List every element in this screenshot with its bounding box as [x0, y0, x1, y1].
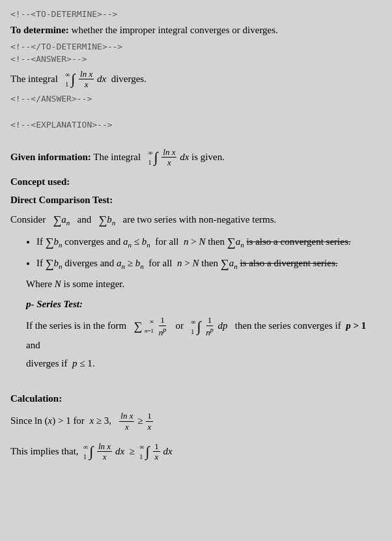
concept-label: Concept used:	[10, 176, 70, 187]
given-info: Given information: The integral ∞ 1 ∫ ln…	[10, 147, 382, 168]
given-frac-num: ln x	[161, 147, 176, 158]
answer-frac-num: ln x	[79, 69, 94, 80]
answer-integral-lower: 1	[65, 79, 68, 89]
answer-prefix: The integral	[10, 73, 58, 83]
comment-explanation-open: <!--<EXPLANATION>-->	[10, 120, 382, 130]
given-frac-den: x	[166, 158, 173, 168]
given-integral-symbol: ∫	[154, 150, 158, 165]
implies-text: This implies that, ∞ 1 ∫ ln x x dx ≥ ∞ 1…	[10, 441, 382, 462]
to-determine-label: To determine:	[10, 25, 69, 35]
given-text: The integral	[93, 151, 141, 161]
concept-used: Concept used:	[10, 174, 382, 189]
p-series-diverge: diverges if p ≤ 1.	[26, 356, 382, 371]
p-series-text: If the series is in the form ∑ ∞ n=1 1 n…	[26, 315, 382, 352]
to-determine-text: To determine: whether the improper integ…	[10, 23, 382, 38]
bullet-item-2: If ∑bn diverges and an ≥ bn for all n > …	[36, 255, 382, 273]
comment-answer-open: <!--<ANSWER>-->	[10, 54, 382, 64]
dct-header: Direct Comparison Test:	[10, 193, 382, 208]
where-n: Where N is some integer.	[26, 277, 382, 292]
bullet-list: If ∑bn converges and an ≤ bn for all n >…	[36, 233, 382, 273]
answer-integral-upper: ∞	[65, 70, 70, 79]
given-suffix: is given.	[191, 151, 225, 161]
given-integral-limits: ∞ 1	[148, 148, 152, 167]
dct-label: Direct Comparison Test:	[10, 195, 113, 205]
sum-an-symbol: ∑	[53, 214, 61, 227]
given-integral-upper: ∞	[148, 148, 152, 158]
given-label: Given information:	[10, 151, 91, 161]
to-determine-body: whether the improper integral converges …	[72, 25, 278, 35]
given-integral: ∞ 1 ∫	[148, 148, 158, 167]
calculation-label: Calculation:	[10, 393, 62, 404]
comment-to-determine-close: <!--</TO-DETERMINE>-->	[10, 42, 382, 51]
answer-frac: ln x x	[79, 69, 94, 90]
comment-answer-close: <!--</ANSWER>-->	[10, 94, 382, 104]
sum-bn-symbol: ∑	[98, 214, 107, 227]
answer-integral: ∞ 1 ∫	[65, 70, 76, 89]
given-integral-lower: 1	[148, 158, 151, 167]
page: <!--<TO-DETERMINE>--> To determine: whet…	[0, 0, 392, 541]
answer-text: The integral ∞ 1 ∫ ln x x dx diverges.	[10, 69, 382, 90]
answer-integral-limits: ∞ 1	[65, 70, 70, 89]
calculation-header: Calculation:	[10, 391, 382, 406]
answer-integral-symbol: ∫	[71, 72, 75, 87]
bullet-item-1: If ∑bn converges and an ≤ bn for all n >…	[36, 233, 382, 252]
consider-text: Consider ∑an and ∑bn are two series with…	[10, 212, 382, 229]
comment-to-determine-open: <!--<TO-DETERMINE>-->	[10, 9, 382, 19]
since-text: Since ln (x) > 1 for x ≥ 3, ln x x ≥ 1 x	[10, 411, 382, 432]
answer-frac-den: x	[83, 79, 90, 90]
given-frac: ln x x	[161, 147, 176, 168]
p-series-label: p- Series Test:	[26, 299, 83, 309]
p-series-header: p- Series Test:	[26, 297, 382, 312]
